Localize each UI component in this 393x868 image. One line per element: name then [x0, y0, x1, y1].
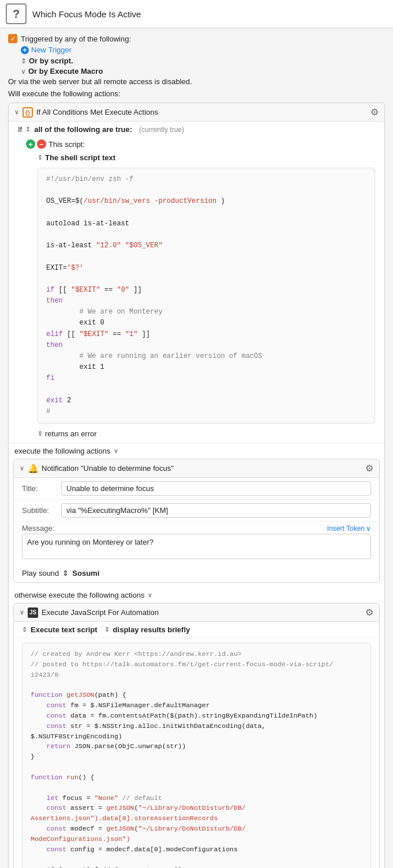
shell-script-header: ⇕ The shell script text — [9, 151, 384, 164]
notif-header-label: Notification "Unable to determine focus" — [42, 464, 174, 473]
js-block: ∨ JS Execute JavaScript For Automation ⚙… — [13, 603, 380, 868]
js-code-17: Assertions.json").data[0].storeAssertion… — [31, 813, 362, 824]
code-line-12: then — [46, 296, 366, 307]
notif-title-input[interactable] — [61, 481, 371, 496]
js-code-16: const assert = getJSON("~/Library/DoNotD… — [31, 803, 362, 813]
js-display-label: display results briefly — [113, 625, 190, 634]
code-line-5: autoload is-at-least — [46, 218, 366, 229]
js-options-arrow: ⇕ — [22, 626, 27, 633]
js-chevron-icon[interactable]: ∨ — [20, 609, 24, 616]
notif-subtitle-input[interactable] — [61, 503, 371, 518]
js-code-15: let focus = "None" // default — [31, 793, 362, 803]
header-title: Which Focus Mode Is Active — [32, 9, 141, 19]
if-block-chevron[interactable]: ∨ — [14, 108, 19, 116]
trigger-line: ✓ Triggered by any of the following: — [8, 34, 385, 43]
js-options-arrow2: ⇕ — [104, 626, 110, 633]
new-trigger-label: New Trigger — [31, 46, 72, 54]
or-by-script-line: ⇕ Or by script. — [21, 56, 385, 65]
script-label: This script: — [48, 140, 85, 149]
notif-header-left: ∨ 🔔 Notification "Unable to determine fo… — [20, 463, 174, 474]
js-gear-button[interactable]: ⚙ — [365, 607, 373, 618]
or-by-execute-macro-label: Or by Execute Macro — [28, 67, 103, 76]
shell-chevron-icon[interactable]: ⇕ — [38, 154, 43, 161]
notif-title-label: Title: — [22, 484, 57, 493]
js-code-13: function run() { — [31, 772, 362, 783]
returns-chevron-icon[interactable]: ⇕ — [38, 430, 43, 437]
notif-play-sound-label: Play sound — [22, 569, 59, 578]
triggered-label: Triggered by any of the following: — [21, 35, 131, 43]
execute-following-label: execute the following actions — [14, 447, 110, 455]
insert-token-label: Insert Token — [327, 524, 365, 533]
shell-code-block: #!/usr/bin/env zsh -f OS_VER=$(/usr/bin/… — [38, 168, 375, 424]
code-line-9: EXIT='$?' — [46, 263, 366, 274]
js-code-18: const modecf = getJSON("~/Library/DoNotD… — [31, 824, 362, 834]
notif-message-row: Message: Insert Token ∨ — [14, 522, 379, 534]
code-line-16: then — [46, 340, 366, 351]
notif-gear-button[interactable]: ⚙ — [365, 463, 373, 474]
if-block-header: ∨ {} If All Conditions Met Execute Actio… — [9, 103, 384, 122]
code-line-6 — [46, 229, 366, 240]
notif-message-textarea[interactable]: Are you running on Monterey or later? — [22, 534, 371, 559]
js-code-8: const str = $.NSString.alloc.initWithDat… — [31, 721, 362, 731]
code-line-17: # We are running an earlier version of m… — [46, 351, 366, 362]
trigger-checkbox: ✓ — [8, 34, 17, 43]
insert-token-button[interactable]: Insert Token ∨ — [327, 524, 371, 533]
add-remove-buttons: + − — [26, 139, 46, 149]
plus-icon: + — [21, 46, 29, 54]
notif-sound-name[interactable]: Sosumi — [72, 569, 99, 578]
header: ? Which Focus Mode Is Active — [0, 0, 393, 28]
notif-sound-arrow: ⇕ — [62, 569, 69, 578]
js-code-21 — [31, 854, 362, 865]
arrow-up-down-icon-2: ⇕ — [25, 126, 31, 133]
notif-chevron-icon[interactable]: ∨ — [20, 465, 24, 472]
js-options-row: ⇕ Execute text script ⇕ display results … — [14, 622, 379, 638]
otherwise-label: otherwise execute the following actions — [14, 591, 144, 599]
if-keyword: If — [18, 125, 22, 134]
code-line-15: elif [[ "$EXIT" == "1" ]] — [46, 329, 366, 340]
if-block-header-left: ∨ {} If All Conditions Met Execute Actio… — [14, 107, 158, 118]
js-code-10: return JSON.parse(ObjC.unwrap(str)) — [31, 741, 362, 752]
or-by-script-label: Or by script. — [29, 56, 73, 65]
js-code-12 — [31, 762, 362, 772]
notif-title-row: Title: — [14, 478, 379, 500]
notif-subtitle-label: Subtitle: — [22, 506, 57, 515]
js-header-left: ∨ JS Execute JavaScript For Automation — [20, 607, 159, 618]
script-row: + − This script: — [9, 137, 384, 151]
bell-icon: 🔔 — [28, 463, 38, 474]
js-header-label: Execute JavaScript For Automation — [42, 608, 159, 617]
js-code-20: const config = modecf.data[0].modeConfig… — [31, 844, 362, 855]
or-by-execute-macro-line: ∨ Or by Execute Macro — [21, 67, 385, 76]
code-line-14: exit 0 — [46, 318, 366, 329]
via-web-server-label: Or via the web server but all remote acc… — [8, 77, 385, 86]
insert-token-chevron: ∨ — [366, 524, 371, 533]
otherwise-chevron-icon[interactable]: ∨ — [148, 591, 152, 599]
notif-message-label: Message: — [22, 524, 54, 533]
remove-condition-button[interactable]: − — [37, 139, 46, 149]
code-line-10 — [46, 274, 366, 285]
if-condition-row: If ⇕ all of the following are true: (cur… — [9, 122, 384, 137]
execute-chevron-icon[interactable]: ∨ — [114, 447, 118, 455]
header-icon: ? — [6, 3, 27, 24]
if-block-gear-button[interactable]: ⚙ — [370, 107, 379, 118]
code-line-13: # We are on Monterey — [46, 307, 366, 318]
notif-header: ∨ 🔔 Notification "Unable to determine fo… — [14, 459, 379, 478]
js-code-7: const data = fm.contentsAtPath($(path).s… — [31, 711, 362, 721]
js-code-3: 12423/8 — [31, 670, 362, 680]
curly-brace-icon: {} — [23, 107, 33, 118]
js-header: ∨ JS Execute JavaScript For Automation ⚙ — [14, 603, 379, 622]
add-condition-button[interactable]: + — [26, 139, 35, 149]
will-execute-label: Will execute the following actions: — [8, 89, 385, 98]
js-code-block: // created by Andrew Kerr <https://andre… — [22, 643, 371, 868]
condition-label: all of the following are true: — [34, 125, 132, 134]
js-code-19: ModeConfigurations.json") — [31, 834, 362, 844]
if-all-conditions-block: ∨ {} If All Conditions Met Execute Actio… — [8, 103, 385, 868]
execute-following-line: execute the following actions ∨ — [9, 443, 384, 459]
code-line-4 — [46, 207, 366, 218]
js-code-4 — [31, 680, 362, 690]
js-code-9: $.NSUTF8StringEncoding) — [31, 731, 362, 742]
arrow-up-down-icon: ⇕ — [21, 57, 27, 65]
code-line-3: OS_VER=$(/usr/bin/sw_vers -productVersio… — [46, 196, 366, 207]
js-code-14 — [31, 783, 362, 793]
code-line-2 — [46, 185, 366, 196]
new-trigger-button[interactable]: + New Trigger — [21, 46, 72, 54]
